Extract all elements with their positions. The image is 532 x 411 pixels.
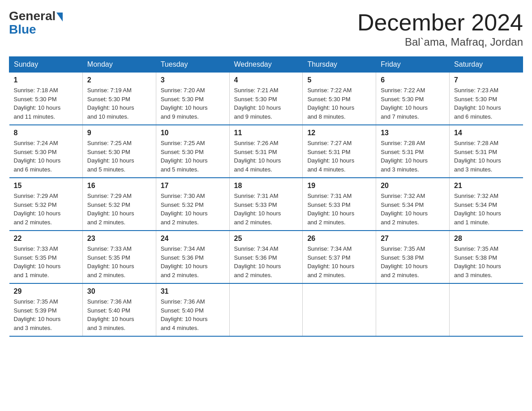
day-number: 10 bbox=[161, 129, 225, 137]
calendar-cell: 20Sunrise: 7:32 AMSunset: 5:34 PMDayligh… bbox=[376, 178, 450, 231]
day-number: 20 bbox=[381, 182, 445, 190]
calendar-cell: 10Sunrise: 7:25 AMSunset: 5:30 PMDayligh… bbox=[156, 125, 229, 178]
day-number: 26 bbox=[307, 235, 371, 243]
header-tuesday: Tuesday bbox=[156, 57, 229, 73]
day-number: 31 bbox=[161, 287, 225, 295]
calendar-cell bbox=[303, 283, 376, 336]
day-info: Sunrise: 7:36 AMSunset: 5:40 PMDaylight:… bbox=[161, 297, 225, 332]
day-info: Sunrise: 7:35 AMSunset: 5:39 PMDaylight:… bbox=[14, 297, 78, 332]
header-wednesday: Wednesday bbox=[229, 57, 303, 73]
calendar-cell: 8Sunrise: 7:24 AMSunset: 5:30 PMDaylight… bbox=[9, 125, 83, 178]
calendar-cell: 1Sunrise: 7:18 AMSunset: 5:30 PMDaylight… bbox=[9, 73, 83, 125]
day-info: Sunrise: 7:23 AMSunset: 5:30 PMDaylight:… bbox=[454, 86, 518, 121]
calendar-cell bbox=[450, 283, 523, 336]
calendar-cell: 9Sunrise: 7:25 AMSunset: 5:30 PMDaylight… bbox=[82, 125, 156, 178]
day-number: 22 bbox=[14, 235, 78, 243]
day-info: Sunrise: 7:34 AMSunset: 5:36 PMDaylight:… bbox=[234, 244, 298, 279]
day-info: Sunrise: 7:29 AMSunset: 5:32 PMDaylight:… bbox=[87, 192, 151, 227]
calendar-cell: 18Sunrise: 7:31 AMSunset: 5:33 PMDayligh… bbox=[229, 178, 303, 231]
day-number: 16 bbox=[87, 182, 151, 190]
calendar-cell: 6Sunrise: 7:22 AMSunset: 5:30 PMDaylight… bbox=[376, 73, 450, 125]
day-info: Sunrise: 7:24 AMSunset: 5:30 PMDaylight:… bbox=[14, 139, 78, 174]
location-title: Bal`ama, Mafraq, Jordan bbox=[357, 36, 523, 48]
day-number: 3 bbox=[161, 76, 225, 84]
day-info: Sunrise: 7:20 AMSunset: 5:30 PMDaylight:… bbox=[161, 86, 225, 121]
day-info: Sunrise: 7:33 AMSunset: 5:35 PMDaylight:… bbox=[14, 244, 78, 279]
day-number: 13 bbox=[381, 129, 445, 137]
title-area: December 2024 Bal`ama, Mafraq, Jordan bbox=[357, 9, 523, 48]
day-info: Sunrise: 7:27 AMSunset: 5:31 PMDaylight:… bbox=[307, 139, 371, 174]
header-thursday: Thursday bbox=[303, 57, 376, 73]
day-info: Sunrise: 7:18 AMSunset: 5:30 PMDaylight:… bbox=[14, 86, 78, 121]
header-saturday: Saturday bbox=[450, 57, 523, 73]
day-number: 9 bbox=[87, 129, 151, 137]
day-info: Sunrise: 7:30 AMSunset: 5:32 PMDaylight:… bbox=[161, 192, 225, 227]
day-number: 18 bbox=[234, 182, 298, 190]
day-info: Sunrise: 7:28 AMSunset: 5:31 PMDaylight:… bbox=[454, 139, 518, 174]
day-number: 6 bbox=[381, 76, 445, 84]
calendar-cell: 4Sunrise: 7:21 AMSunset: 5:30 PMDaylight… bbox=[229, 73, 303, 125]
day-number: 5 bbox=[307, 76, 371, 84]
day-info: Sunrise: 7:31 AMSunset: 5:33 PMDaylight:… bbox=[307, 192, 371, 227]
calendar-cell: 16Sunrise: 7:29 AMSunset: 5:32 PMDayligh… bbox=[82, 178, 156, 231]
logo: General Blue bbox=[9, 9, 63, 37]
header-sunday: Sunday bbox=[9, 57, 83, 73]
calendar-cell: 7Sunrise: 7:23 AMSunset: 5:30 PMDaylight… bbox=[450, 73, 523, 125]
day-number: 11 bbox=[234, 129, 298, 137]
calendar-cell: 15Sunrise: 7:29 AMSunset: 5:32 PMDayligh… bbox=[9, 178, 83, 231]
day-info: Sunrise: 7:25 AMSunset: 5:30 PMDaylight:… bbox=[87, 139, 151, 174]
logo-blue-text: Blue bbox=[9, 22, 36, 37]
calendar-cell: 19Sunrise: 7:31 AMSunset: 5:33 PMDayligh… bbox=[303, 178, 376, 231]
day-info: Sunrise: 7:35 AMSunset: 5:38 PMDaylight:… bbox=[454, 244, 518, 279]
day-info: Sunrise: 7:31 AMSunset: 5:33 PMDaylight:… bbox=[234, 192, 298, 227]
calendar-week-row: 29Sunrise: 7:35 AMSunset: 5:39 PMDayligh… bbox=[9, 283, 523, 336]
day-number: 7 bbox=[454, 76, 518, 84]
calendar-cell: 23Sunrise: 7:33 AMSunset: 5:35 PMDayligh… bbox=[82, 231, 156, 283]
day-info: Sunrise: 7:22 AMSunset: 5:30 PMDaylight:… bbox=[307, 86, 371, 121]
day-info: Sunrise: 7:34 AMSunset: 5:37 PMDaylight:… bbox=[307, 244, 371, 279]
day-info: Sunrise: 7:34 AMSunset: 5:36 PMDaylight:… bbox=[161, 244, 225, 279]
day-number: 21 bbox=[454, 182, 518, 190]
calendar-week-row: 15Sunrise: 7:29 AMSunset: 5:32 PMDayligh… bbox=[9, 178, 523, 231]
day-number: 28 bbox=[454, 235, 518, 243]
day-info: Sunrise: 7:32 AMSunset: 5:34 PMDaylight:… bbox=[454, 192, 518, 227]
calendar-cell: 21Sunrise: 7:32 AMSunset: 5:34 PMDayligh… bbox=[450, 178, 523, 231]
day-info: Sunrise: 7:28 AMSunset: 5:31 PMDaylight:… bbox=[381, 139, 445, 174]
calendar-cell: 3Sunrise: 7:20 AMSunset: 5:30 PMDaylight… bbox=[156, 73, 229, 125]
day-number: 12 bbox=[307, 129, 371, 137]
day-number: 15 bbox=[14, 182, 78, 190]
calendar-cell: 5Sunrise: 7:22 AMSunset: 5:30 PMDaylight… bbox=[303, 73, 376, 125]
month-title: December 2024 bbox=[357, 9, 523, 36]
calendar-cell: 27Sunrise: 7:35 AMSunset: 5:38 PMDayligh… bbox=[376, 231, 450, 283]
day-number: 1 bbox=[14, 76, 78, 84]
calendar-cell: 22Sunrise: 7:33 AMSunset: 5:35 PMDayligh… bbox=[9, 231, 83, 283]
day-info: Sunrise: 7:25 AMSunset: 5:30 PMDaylight:… bbox=[161, 139, 225, 174]
day-number: 23 bbox=[87, 235, 151, 243]
calendar-cell: 25Sunrise: 7:34 AMSunset: 5:36 PMDayligh… bbox=[229, 231, 303, 283]
calendar-cell: 30Sunrise: 7:36 AMSunset: 5:40 PMDayligh… bbox=[82, 283, 156, 336]
day-number: 25 bbox=[234, 235, 298, 243]
calendar-cell: 17Sunrise: 7:30 AMSunset: 5:32 PMDayligh… bbox=[156, 178, 229, 231]
logo-general-text: General bbox=[9, 9, 56, 23]
day-info: Sunrise: 7:22 AMSunset: 5:30 PMDaylight:… bbox=[381, 86, 445, 121]
day-number: 29 bbox=[14, 287, 78, 295]
day-number: 2 bbox=[87, 76, 151, 84]
day-info: Sunrise: 7:35 AMSunset: 5:38 PMDaylight:… bbox=[381, 244, 445, 279]
day-number: 17 bbox=[161, 182, 225, 190]
calendar-header-row: SundayMondayTuesdayWednesdayThursdayFrid… bbox=[9, 57, 523, 73]
calendar-cell: 28Sunrise: 7:35 AMSunset: 5:38 PMDayligh… bbox=[450, 231, 523, 283]
day-info: Sunrise: 7:32 AMSunset: 5:34 PMDaylight:… bbox=[381, 192, 445, 227]
calendar-cell: 11Sunrise: 7:26 AMSunset: 5:31 PMDayligh… bbox=[229, 125, 303, 178]
day-number: 8 bbox=[14, 129, 78, 137]
calendar-cell: 26Sunrise: 7:34 AMSunset: 5:37 PMDayligh… bbox=[303, 231, 376, 283]
header-friday: Friday bbox=[376, 57, 450, 73]
day-number: 19 bbox=[307, 182, 371, 190]
calendar-cell: 31Sunrise: 7:36 AMSunset: 5:40 PMDayligh… bbox=[156, 283, 229, 336]
calendar-week-row: 1Sunrise: 7:18 AMSunset: 5:30 PMDaylight… bbox=[9, 73, 523, 125]
calendar-cell bbox=[229, 283, 303, 336]
calendar-week-row: 22Sunrise: 7:33 AMSunset: 5:35 PMDayligh… bbox=[9, 231, 523, 283]
logo-triangle-icon bbox=[56, 13, 63, 21]
calendar-cell: 29Sunrise: 7:35 AMSunset: 5:39 PMDayligh… bbox=[9, 283, 83, 336]
day-info: Sunrise: 7:19 AMSunset: 5:30 PMDaylight:… bbox=[87, 86, 151, 121]
day-number: 27 bbox=[381, 235, 445, 243]
